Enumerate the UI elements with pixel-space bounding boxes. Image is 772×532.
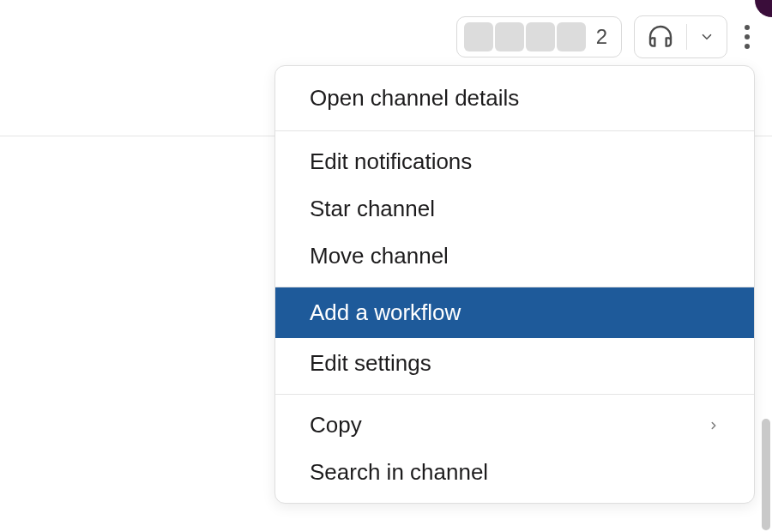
menu-edit-notifications[interactable]: Edit notifications xyxy=(275,131,754,185)
kebab-dot xyxy=(745,25,750,30)
menu-star-channel[interactable]: Star channel xyxy=(275,185,754,233)
huddle-control xyxy=(634,15,727,58)
headphones-icon xyxy=(647,23,674,51)
avatar xyxy=(526,22,555,51)
menu-item-label: Copy xyxy=(310,412,362,438)
chevron-down-icon xyxy=(699,29,715,45)
menu-move-channel[interactable]: Move channel xyxy=(275,233,754,287)
menu-search-in-channel[interactable]: Search in channel xyxy=(275,449,754,503)
channel-actions-menu: Open channel details Edit notifications … xyxy=(274,65,755,504)
more-actions-button[interactable] xyxy=(739,20,755,54)
member-count-button[interactable]: 2 xyxy=(456,16,622,57)
member-avatars xyxy=(464,22,586,51)
avatar xyxy=(557,22,586,51)
huddle-dropdown-button[interactable] xyxy=(687,22,727,51)
menu-item-label: Star channel xyxy=(310,196,435,222)
menu-item-label: Move channel xyxy=(310,243,449,269)
menu-edit-settings[interactable]: Edit settings xyxy=(275,338,754,394)
channel-header-actions: 2 xyxy=(456,15,755,58)
kebab-dot xyxy=(745,34,750,39)
member-count-value: 2 xyxy=(593,25,611,49)
menu-item-label: Search in channel xyxy=(310,459,488,486)
menu-item-label: Edit settings xyxy=(310,350,431,377)
avatar xyxy=(464,22,493,51)
kebab-dot xyxy=(745,44,750,49)
corner-accent xyxy=(755,0,772,17)
chevron-right-icon xyxy=(708,417,720,434)
menu-open-channel-details[interactable]: Open channel details xyxy=(275,66,754,130)
menu-copy[interactable]: Copy xyxy=(275,395,754,449)
menu-add-workflow[interactable]: Add a workflow xyxy=(275,287,754,338)
menu-item-label: Open channel details xyxy=(310,85,519,112)
avatar xyxy=(495,22,524,51)
vertical-scrollbar[interactable] xyxy=(762,419,770,530)
menu-item-label: Edit notifications xyxy=(310,148,472,175)
huddle-button[interactable] xyxy=(635,16,686,57)
menu-item-label: Add a workflow xyxy=(310,299,461,326)
